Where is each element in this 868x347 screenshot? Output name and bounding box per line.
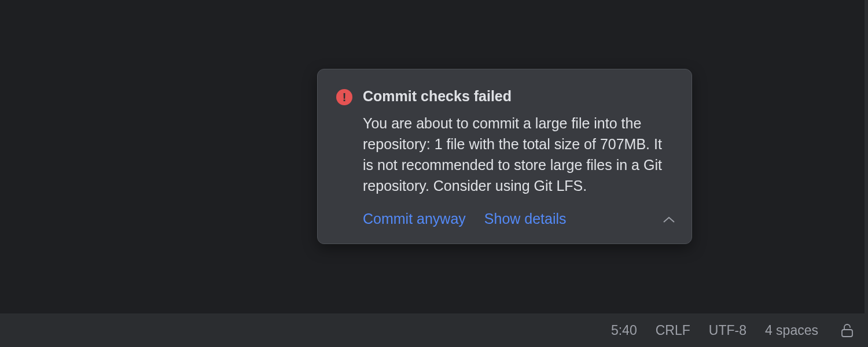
- notification-header: ! Commit checks failed You are about to …: [336, 87, 673, 227]
- commit-anyway-link[interactable]: Commit anyway: [363, 211, 466, 227]
- right-panel-edge: [865, 0, 868, 313]
- commit-checks-notification: ! Commit checks failed You are about to …: [317, 69, 692, 244]
- error-icon: !: [336, 89, 352, 105]
- notification-actions: Commit anyway Show details: [363, 211, 673, 227]
- chevron-up-icon: [663, 216, 675, 226]
- status-bar: 5:40 CRLF UTF-8 4 spaces: [0, 313, 868, 347]
- show-details-link[interactable]: Show details: [484, 211, 567, 227]
- line-separator[interactable]: CRLF: [656, 323, 690, 338]
- file-encoding[interactable]: UTF-8: [709, 323, 746, 338]
- indent-setting[interactable]: 4 spaces: [765, 323, 818, 338]
- notification-body: You are about to commit a large file int…: [363, 113, 673, 197]
- notification-title: Commit checks failed: [363, 87, 673, 106]
- exclamation-mark: !: [343, 91, 347, 103]
- cursor-position[interactable]: 5:40: [611, 323, 637, 338]
- lock-icon[interactable]: [840, 323, 854, 338]
- notification-content: Commit checks failed You are about to co…: [363, 87, 673, 227]
- collapse-button[interactable]: [663, 216, 675, 226]
- svg-rect-0: [842, 330, 852, 337]
